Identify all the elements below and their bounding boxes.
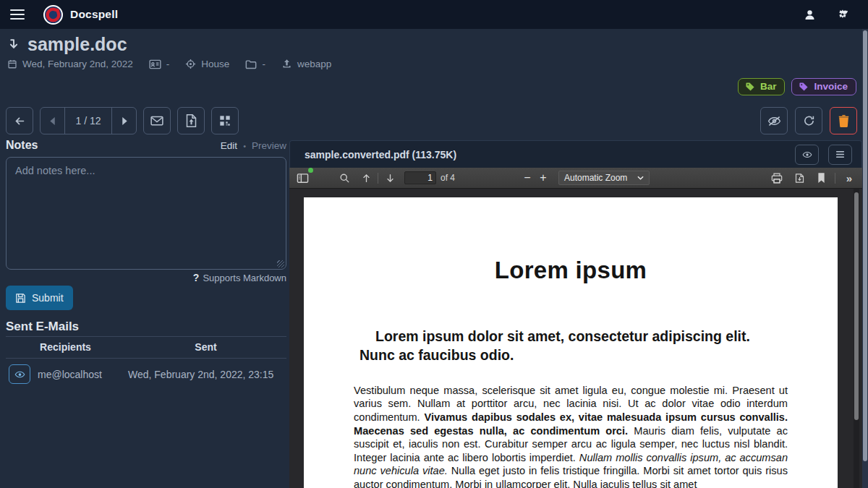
- window-scrollbar-thumb[interactable]: [863, 30, 867, 461]
- notes-link-separator: •: [243, 142, 246, 150]
- mail-recipient: me@localhost: [38, 369, 102, 380]
- tag-list: Bar Invoice: [738, 78, 856, 95]
- user-account-icon[interactable]: [804, 9, 816, 21]
- pdf-more-tools-button[interactable]: »: [841, 170, 858, 186]
- top-navbar: Docspell: [0, 0, 868, 29]
- pdf-zoom-out-button[interactable]: −: [519, 171, 535, 184]
- column-sent: Sent: [125, 337, 286, 359]
- window-scrollbar[interactable]: [862, 29, 868, 488]
- document-title-row: sample.doc: [7, 34, 127, 55]
- chevron-down-icon: [637, 176, 644, 180]
- document-date: Wed, February 2nd, 2022: [22, 59, 133, 69]
- tag-label: Bar: [760, 81, 777, 92]
- bars-icon: [835, 150, 845, 158]
- pdf-title: Lorem ipsum: [304, 257, 838, 284]
- tag-bar[interactable]: Bar: [738, 78, 786, 95]
- pdf-sidebar-toggle-button[interactable]: [294, 170, 311, 186]
- notes-edit-link[interactable]: Edit: [221, 140, 237, 151]
- pdf-subtitle: Lorem ipsum dolor sit amet, consectetur …: [359, 328, 782, 365]
- pdf-prev-page-button[interactable]: [357, 170, 375, 186]
- column-recipients: Recipients: [6, 337, 125, 359]
- menu-icon[interactable]: [10, 9, 25, 20]
- docspell-logo: [43, 5, 63, 25]
- reprocess-button[interactable]: [795, 107, 822, 134]
- metadata-qr-button[interactable]: [211, 107, 239, 134]
- submit-label: Submit: [32, 292, 64, 304]
- pdf-search-button[interactable]: [336, 170, 353, 186]
- concerning-value[interactable]: -: [262, 59, 265, 69]
- address-card-icon: [149, 59, 161, 69]
- table-row: me@localhost Wed, February 2nd, 2022, 23…: [6, 359, 286, 390]
- double-chevron-icon: »: [846, 172, 852, 184]
- pdf-scrollbar-thumb[interactable]: [854, 192, 859, 420]
- pdf-zoom-select[interactable]: Automatic Zoom: [558, 171, 650, 185]
- sent-emails-heading: Sent E-Mails: [6, 320, 79, 334]
- eye-slash-icon: [767, 116, 781, 127]
- calendar-icon: [7, 59, 17, 69]
- crosshairs-icon: [185, 59, 196, 69]
- send-mail-button[interactable]: [143, 107, 171, 134]
- attachment-viewer-panel: sample.converted.pdf (113.75K): [289, 140, 862, 488]
- document-title: sample.doc: [27, 34, 127, 55]
- eye-icon: [14, 370, 25, 379]
- attachment-menu-button[interactable]: [828, 145, 852, 165]
- pdf-bookmark-button[interactable]: [812, 170, 830, 186]
- tag-invoice[interactable]: Invoice: [791, 78, 856, 95]
- pdf-paragraph: Vestibulum neque massa, scelerisque sit …: [354, 384, 788, 488]
- pdf-page-count: of 4: [441, 173, 455, 183]
- notes-header: Notes Edit • Preview: [6, 139, 286, 152]
- pdf-scrollbar[interactable]: [854, 189, 859, 488]
- attachment-file-name: sample.converted.pdf (113.75K): [305, 149, 456, 160]
- save-icon: [15, 293, 26, 304]
- refresh-icon: [803, 115, 815, 127]
- pdf-next-page-button[interactable]: [381, 170, 399, 186]
- trash-icon: [838, 115, 849, 127]
- mail-sent-date: Wed, February 2nd, 2022, 23:15: [125, 359, 286, 390]
- sent-emails-table: Recipients Sent me@localhost Wed, Februa…: [6, 336, 286, 390]
- back-button[interactable]: [6, 107, 33, 134]
- page-indicator: 1 / 12: [65, 108, 111, 134]
- correspondent-org[interactable]: -: [166, 59, 170, 69]
- tag-icon: [745, 82, 755, 92]
- pdf-content-area[interactable]: Lorem ipsum Lorem ipsum dolor sit amet, …: [289, 189, 862, 488]
- tag-label: Invoice: [814, 81, 848, 92]
- attachment-pager: 1 / 12: [40, 107, 137, 134]
- tag-icon: [799, 82, 809, 92]
- textarea-resize-handle[interactable]: [277, 260, 284, 267]
- download-arrow-icon: [7, 36, 20, 53]
- pdf-download-button[interactable]: [791, 170, 808, 186]
- delete-button[interactable]: [830, 107, 857, 134]
- attachment-header: sample.converted.pdf (113.75K): [289, 140, 862, 168]
- submit-notes-button[interactable]: Submit: [6, 286, 73, 310]
- folder-icon: [245, 59, 257, 69]
- eye-icon: [802, 150, 812, 159]
- settings-gears-icon[interactable]: [838, 8, 852, 21]
- docspell-item-view: Docspell sample.doc Wed, Feb: [0, 0, 868, 488]
- app-title: Docspell: [70, 8, 118, 21]
- markdown-hint: ?Supports Markdown: [6, 272, 286, 283]
- attachment-view-button[interactable]: [795, 145, 819, 165]
- unconfirm-button[interactable]: [760, 107, 788, 134]
- file-upload-icon: [186, 114, 197, 127]
- pdf-zoom-in-button[interactable]: +: [535, 171, 551, 184]
- correspondent-person[interactable]: House: [201, 59, 229, 69]
- pdf-page: Lorem ipsum Lorem ipsum dolor sit amet, …: [304, 197, 838, 488]
- document-meta-row: Wed, February 2nd, 2022 - House - webapp: [7, 59, 331, 69]
- pdf-print-button[interactable]: [768, 170, 786, 186]
- upload-icon: [281, 59, 292, 69]
- notes-preview-link[interactable]: Preview: [252, 140, 286, 151]
- item-toolbar-left: 1 / 12: [6, 107, 239, 134]
- notes-textarea[interactable]: [6, 157, 286, 270]
- envelope-icon: [150, 116, 163, 126]
- pdf-zoom-value: Automatic Zoom: [564, 173, 627, 183]
- view-mail-button[interactable]: [9, 364, 30, 384]
- source-value: webapp: [297, 59, 331, 69]
- add-files-button[interactable]: [177, 107, 205, 134]
- item-toolbar-right: [760, 107, 857, 134]
- sidebar-notification-dot: [308, 168, 313, 173]
- qrcode-icon: [219, 115, 231, 127]
- pdf-page-number-input[interactable]: [404, 171, 436, 184]
- next-attachment-button[interactable]: [111, 108, 136, 134]
- previous-attachment-button[interactable]: [41, 108, 65, 134]
- notes-heading: Notes: [6, 139, 38, 152]
